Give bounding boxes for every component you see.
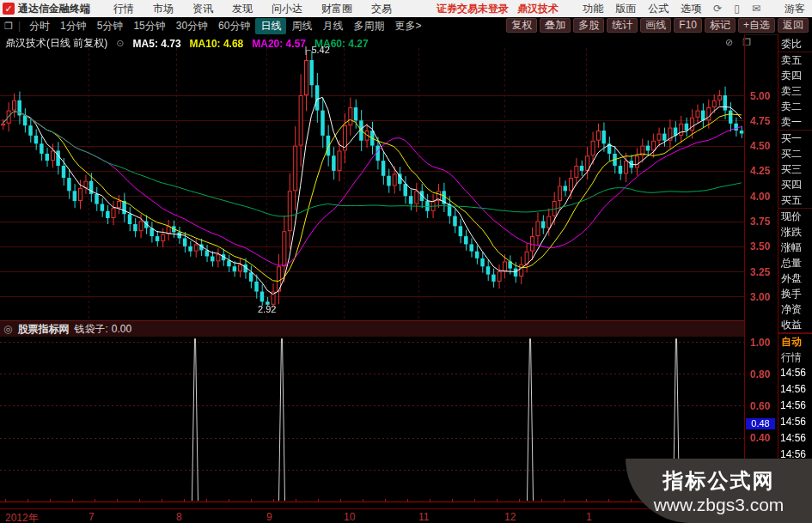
menu-item-公式[interactable]: 公式: [648, 2, 669, 16]
indicator-tick: 0.40: [750, 432, 770, 444]
menu-item-资讯[interactable]: 资讯: [192, 2, 213, 16]
quote-row-卖一[interactable]: 卖一: [778, 114, 812, 131]
period-items: 分时1分钟5分钟15分钟30分钟60分钟日线周线月线多周期更多>: [24, 18, 426, 34]
time-row: 14:56: [778, 430, 812, 447]
titlebar: ✓ 通达信金融终端 行情市场资讯发现问小达财富圈交易 证券交易未登录 鼎汉技术 …: [0, 0, 812, 18]
toolbar-button-统计[interactable]: 统计: [607, 18, 638, 33]
menu-item-问小达[interactable]: 问小达: [272, 2, 302, 16]
quote-row-总量[interactable]: 总量: [778, 255, 812, 271]
refresh-icon[interactable]: ⟳: [713, 3, 722, 15]
toolbar-button-叠加[interactable]: 叠加: [540, 18, 571, 33]
stock-name-alert[interactable]: 鼎汉技术: [517, 2, 559, 16]
period-item-日线[interactable]: 日线: [255, 18, 286, 34]
quote-row-卖四[interactable]: 卖四: [778, 68, 812, 83]
quote-row-卖二[interactable]: 卖二: [778, 99, 812, 114]
quote-row-换手[interactable]: 换手: [778, 286, 812, 301]
period-item-分时[interactable]: 分时: [24, 18, 55, 34]
toolbar-button-多股[interactable]: 多股: [573, 18, 604, 33]
price-tick: 3.25: [750, 266, 770, 278]
price-tick: 4.00: [750, 191, 770, 203]
tdx-terminal-window: ✓ 通达信金融终端 行情市场资讯发现问小达财富圈交易 证券交易未登录 鼎汉技术 …: [0, 0, 812, 523]
watermark-title: 指标公式网: [663, 467, 775, 495]
indicator-source: 股票指标网: [17, 322, 69, 337]
period-item-30分钟[interactable]: 30分钟: [171, 18, 213, 34]
period-item-月线[interactable]: 月线: [317, 18, 348, 34]
month-label-12: 12: [504, 511, 516, 523]
main-chart-canvas[interactable]: [0, 34, 744, 320]
period-item-更多>[interactable]: 更多>: [389, 18, 426, 34]
titlebar-right-menus: 功能版面公式选项: [583, 2, 701, 16]
time-row: 14:56: [778, 398, 812, 414]
axis-column: 5.004.754.504.254.003.753.503.253.00 1.0…: [744, 34, 778, 508]
year-label: 2012年: [5, 511, 39, 523]
month-label-8: 8: [176, 511, 182, 523]
quote-row-买三[interactable]: 买三: [778, 161, 812, 177]
period-item-多周期[interactable]: 多周期: [348, 18, 389, 34]
mobile-icon[interactable]: ▯: [734, 3, 740, 15]
month-label-11: 11: [418, 511, 429, 523]
period-item-15分钟[interactable]: 15分钟: [128, 18, 170, 34]
menu-item-发现[interactable]: 发现: [232, 2, 253, 16]
quote-row-卖三[interactable]: 卖三: [778, 83, 812, 99]
indicator-value: 0.00: [112, 323, 131, 335]
price-tick: 3.75: [750, 216, 770, 228]
user-label[interactable]: 游客: [785, 2, 805, 16]
sidebar-tab-行情[interactable]: 行情: [778, 350, 812, 365]
menu-item-版面[interactable]: 版面: [615, 2, 636, 16]
toolbar-button-复权[interactable]: 复权: [506, 18, 537, 33]
quote-row-净资[interactable]: 净资: [778, 301, 812, 317]
menu-item-选项[interactable]: 选项: [681, 2, 701, 16]
month-label-10: 10: [344, 511, 355, 523]
trade-login-alert[interactable]: 证券交易未登录: [437, 2, 509, 16]
quote-row-买四[interactable]: 买四: [778, 177, 812, 192]
quote-row-买五[interactable]: 买五: [778, 192, 812, 209]
quote-row-收益[interactable]: 收益: [778, 317, 812, 333]
toolbar-button-画线[interactable]: 画线: [640, 18, 671, 33]
quote-row-涨幅[interactable]: 涨幅: [778, 240, 812, 255]
period-item-周线[interactable]: 周线: [286, 18, 317, 34]
indicator-header[interactable]: ◎ 股票指标网 钱袋子: 0.00: [0, 320, 744, 338]
period-item-60分钟[interactable]: 60分钟: [213, 18, 255, 34]
menu-item-行情[interactable]: 行情: [113, 2, 134, 16]
menu-item-市场[interactable]: 市场: [153, 2, 174, 16]
price-tick: 3.50: [750, 240, 770, 252]
quote-row-外盘[interactable]: 外盘: [778, 271, 812, 286]
chevron-down-circle-icon[interactable]: ⊙: [116, 38, 124, 49]
alert-group: 证券交易未登录 鼎汉技术: [437, 0, 559, 17]
time-row: 14:56: [778, 414, 812, 430]
period-item-5分钟[interactable]: 5分钟: [92, 18, 129, 34]
menu-item-财富圈[interactable]: 财富圈: [321, 2, 352, 16]
app-title: 通达信金融终端: [18, 2, 90, 16]
sidebar-tab-自动[interactable]: 自动: [778, 334, 812, 350]
time-row: 14:56: [778, 365, 812, 381]
toolbar-right-buttons: 复权叠加多股统计画线F10标记+自选返回: [506, 18, 809, 33]
quote-row-卖五[interactable]: 卖五: [778, 52, 812, 68]
period-item-1分钟[interactable]: 1分钟: [55, 18, 92, 34]
price-tick: 4.25: [750, 165, 770, 177]
menu-item-功能[interactable]: 功能: [583, 2, 603, 16]
window-icon[interactable]: ❐: [4, 21, 13, 32]
toolbar-button-+自选[interactable]: +自选: [738, 18, 775, 33]
ma-label-2: MA20: 4.57: [252, 38, 306, 50]
quote-row-买一[interactable]: 买一: [778, 131, 812, 146]
indicator-tick: 0.80: [750, 368, 770, 380]
time-row: 14:56: [778, 381, 812, 398]
collapse-circle-icon[interactable]: ◎: [3, 323, 12, 335]
price-tick: 4.75: [750, 115, 770, 127]
mail-icon[interactable]: ✉: [752, 3, 760, 15]
price-tick: 3.00: [750, 291, 770, 303]
chart-title[interactable]: 鼎汉技术(日线 前复权): [5, 36, 107, 51]
toolbar-button-F10[interactable]: F10: [674, 18, 702, 33]
quote-row-委比[interactable]: 委比: [778, 36, 812, 52]
quote-row-买二[interactable]: 买二: [778, 146, 812, 161]
menu-item-交易[interactable]: 交易: [371, 2, 392, 16]
titlebar-right: 功能版面公式选项 ⟳ ▯ ✉ 游客: [583, 0, 805, 17]
toolbar-button-返回[interactable]: 返回: [778, 18, 809, 33]
quote-rows: 委比卖五卖四卖三卖二卖一买一买二买三买四买五现价涨跌涨幅总量外盘换手净资收益: [778, 36, 812, 333]
indicator-tick: 1.00: [750, 337, 770, 349]
quote-row-涨跌[interactable]: 涨跌: [778, 224, 812, 240]
toolbar-button-标记[interactable]: 标记: [705, 18, 736, 33]
quote-row-现价[interactable]: 现价: [778, 209, 812, 224]
indicator-value-badge: 0.48: [746, 418, 775, 429]
watermark: 指标公式网 www.zbgs3.com: [626, 459, 812, 523]
